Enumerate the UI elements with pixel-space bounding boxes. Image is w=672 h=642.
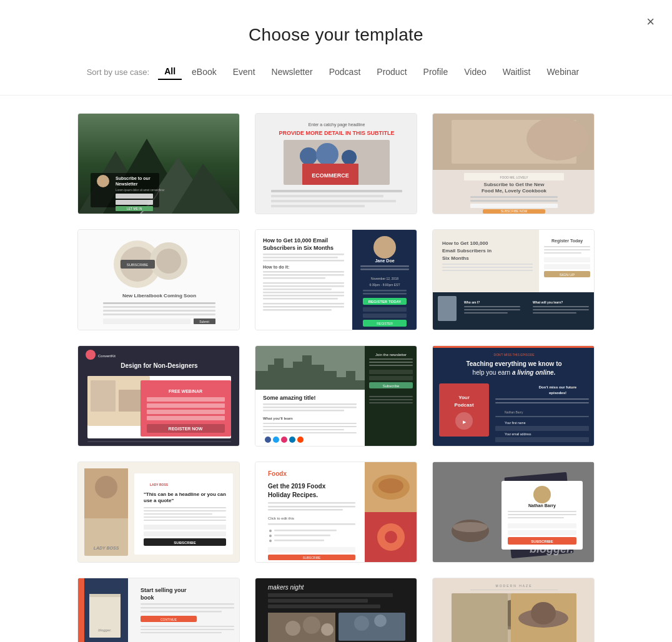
svg-rect-236: [508, 523, 576, 528]
svg-text:Who am I?: Who am I?: [464, 300, 480, 304]
svg-text:Jane Doe: Jane Doe: [375, 259, 394, 263]
svg-rect-139: [263, 410, 344, 412]
template-card[interactable]: Some amazing title! What you'll learn Jo…: [255, 345, 417, 447]
svg-text:Subscribe to Get the New: Subscribe to Get the New: [484, 182, 545, 187]
svg-rect-234: [508, 514, 576, 515]
svg-text:SUBSCRIBE: SUBSCRIBE: [127, 263, 149, 267]
svg-rect-37: [470, 204, 558, 208]
svg-text:Email Subscribers in: Email Subscribers in: [442, 248, 492, 254]
svg-text:SUBSCRIBE: SUBSCRIBE: [303, 556, 322, 560]
svg-text:6:30pm - 8:00pm EST: 6:30pm - 8:00pm EST: [370, 283, 400, 287]
filter-video[interactable]: Video: [458, 64, 493, 79]
template-preview-t2: Enter a catchy page headline PROVIDE MOR…: [255, 114, 417, 214]
template-card[interactable]: DON'T MISS THIS EPISODE Teaching everyth…: [432, 345, 595, 447]
svg-text:Enter a catchy page headline: Enter a catchy page headline: [309, 122, 365, 127]
svg-rect-152: [369, 362, 413, 363]
svg-text:episodes!: episodes!: [549, 391, 566, 395]
template-card[interactable]: LADY BOSS LADY BOSS "This can be a headl…: [77, 462, 240, 563]
svg-point-147: [281, 437, 287, 443]
template-card[interactable]: makers night: [255, 578, 417, 642]
template-preview-t11: Foodx Get the 2019 Foodx Holiday Recipes…: [255, 462, 417, 562]
svg-rect-111: [544, 257, 590, 262]
svg-rect-63: [263, 271, 344, 273]
svg-text:New Liberalbook Coming Soon: New Liberalbook Coming Soon: [122, 293, 196, 299]
svg-rect-69: [263, 292, 344, 294]
svg-rect-160: [369, 402, 413, 403]
svg-rect-151: [369, 358, 413, 360]
svg-point-116: [86, 350, 96, 360]
svg-text:Don't miss our future: Don't miss our future: [539, 385, 577, 389]
filter-product[interactable]: Product: [370, 64, 413, 79]
filter-ebook[interactable]: eBook: [185, 64, 223, 79]
filter-event[interactable]: Event: [227, 64, 262, 79]
svg-rect-36: [470, 200, 558, 202]
filter-newsletter[interactable]: Newsletter: [265, 64, 319, 79]
svg-rect-77: [360, 265, 409, 267]
svg-rect-61: [263, 260, 344, 262]
svg-rect-249: [141, 607, 234, 609]
svg-text:What you'll learn: What you'll learn: [263, 417, 293, 420]
template-card[interactable]: Enter a catchy page headline PROVIDE MOR…: [255, 113, 417, 214]
filter-all[interactable]: All: [158, 64, 182, 80]
svg-text:How to Get 100,000: How to Get 100,000: [442, 240, 488, 246]
svg-rect-94: [442, 264, 533, 265]
filter-podcast[interactable]: Podcast: [323, 64, 367, 79]
svg-text:REGISTER NOW: REGISTER NOW: [169, 427, 203, 431]
svg-rect-110: [544, 252, 581, 254]
template-card[interactable]: How to Get 10,000 Email Subscribers in S…: [255, 229, 417, 330]
svg-text:Get the 2019 Foodx: Get the 2019 Foodx: [268, 483, 326, 490]
svg-text:LADY BOSS: LADY BOSS: [94, 546, 119, 550]
close-button[interactable]: ×: [644, 12, 657, 31]
svg-text:Join the newsletter: Join the newsletter: [375, 353, 407, 357]
template-card[interactable]: Foodx Get the 2019 Foodx Holiday Recipes…: [255, 462, 417, 563]
filter-webinar[interactable]: Webinar: [540, 64, 585, 79]
svg-rect-64: [263, 274, 344, 276]
svg-rect-127: [147, 410, 225, 414]
svg-rect-24: [271, 195, 383, 197]
svg-point-75: [373, 236, 396, 259]
template-card[interactable]: FOOD ME, LOVELY Subscribe to Get the New…: [432, 113, 595, 214]
svg-point-270: [285, 621, 300, 636]
page-title: Choose your template: [0, 0, 672, 57]
filter-waitlist[interactable]: Waitlist: [497, 64, 537, 79]
svg-rect-216: [274, 530, 337, 531]
svg-text:Holiday Recipes.: Holiday Recipes.: [268, 491, 318, 498]
svg-point-217: [269, 535, 272, 537]
svg-text:SUBSCRIBE: SUBSCRIBE: [531, 540, 553, 543]
svg-rect-180: [495, 437, 589, 442]
svg-rect-105: [533, 309, 589, 310]
svg-rect-78: [360, 269, 409, 270]
template-card[interactable]: blogger. Nathan Barry SUBSCRIBE: [432, 462, 595, 563]
svg-text:Submit: Submit: [199, 320, 209, 323]
filter-profile[interactable]: Profile: [417, 64, 455, 79]
template-preview-t6: How to Get 100,000 Email Subscribers in …: [433, 230, 594, 330]
template-preview-t3: FOOD ME, LOVELY Subscribe to Get the New…: [433, 114, 594, 214]
template-card[interactable]: How to Get 100,000 Email Subscribers in …: [432, 229, 595, 330]
svg-text:Newsletter: Newsletter: [116, 182, 138, 186]
svg-text:Lorem ipsum dolor sit amet con: Lorem ipsum dolor sit amet consectetur: [116, 189, 165, 192]
svg-rect-74: [263, 309, 332, 311]
svg-rect-212: [268, 509, 343, 511]
template-card[interactable]: SUBSCRIBE New Liberalbook Coming Soon Su…: [77, 229, 240, 330]
template-card[interactable]: MODERN HAZE AN IT CLONE SIGN UP: [432, 578, 595, 642]
svg-rect-138: [263, 407, 357, 408]
svg-rect-253: [141, 626, 234, 627]
svg-text:Your first name: Your first name: [505, 421, 526, 425]
svg-rect-255: [141, 632, 222, 633]
svg-rect-196: [144, 525, 226, 530]
svg-point-149: [297, 437, 304, 443]
svg-rect-142: [263, 426, 357, 427]
svg-point-20: [342, 150, 357, 165]
svg-text:REGISTER: REGISTER: [377, 322, 393, 325]
svg-point-271: [303, 616, 320, 634]
svg-rect-50: [103, 310, 215, 312]
svg-point-146: [273, 437, 279, 443]
svg-rect-214: [268, 523, 355, 525]
svg-rect-265: [268, 593, 393, 597]
template-card[interactable]: Subscribe to our Newsletter Lorem ipsum …: [77, 113, 240, 214]
template-card[interactable]: ConvertKit Design for Non-Designers FREE…: [77, 345, 240, 447]
template-card[interactable]: blogger. Start selling your book CONTINU…: [77, 578, 240, 642]
svg-rect-95: [442, 267, 533, 268]
svg-rect-112: [544, 264, 590, 269]
svg-rect-137: [263, 403, 357, 405]
